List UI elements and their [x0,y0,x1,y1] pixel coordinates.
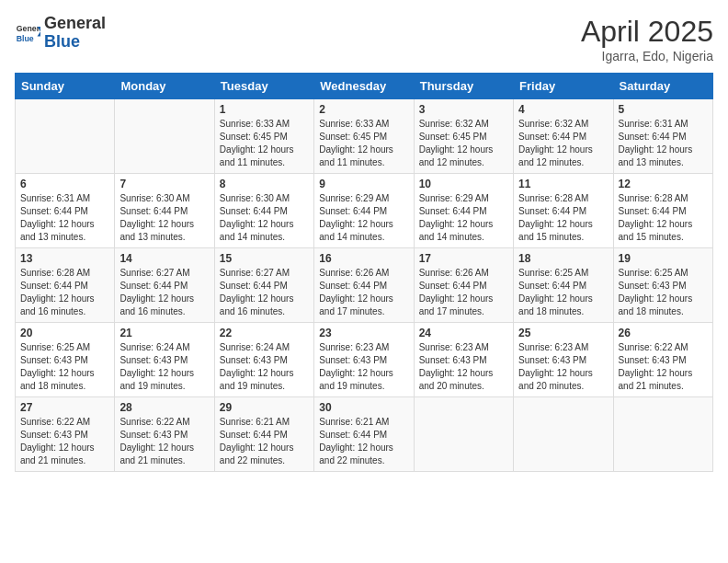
logo-blue: Blue [44,33,106,52]
day-number: 11 [518,178,608,190]
day-info: Sunrise: 6:22 AMSunset: 6:43 PMDaylight:… [20,416,109,467]
week-row-4: 20Sunrise: 6:25 AMSunset: 6:43 PMDayligh… [16,323,713,397]
day-number: 23 [319,327,408,339]
day-number: 2 [319,103,408,116]
day-number: 18 [518,252,608,265]
calendar-cell: 23Sunrise: 6:23 AMSunset: 6:43 PMDayligh… [314,323,414,397]
day-number: 5 [619,103,708,116]
calendar-cell: 8Sunrise: 6:30 AMSunset: 6:44 PMDaylight… [214,174,313,248]
calendar-cell: 27Sunrise: 6:22 AMSunset: 6:43 PMDayligh… [16,397,115,472]
day-info: Sunrise: 6:28 AMSunset: 6:44 PMDaylight:… [518,192,608,244]
svg-text:General: General [17,24,40,33]
calendar-cell: 28Sunrise: 6:22 AMSunset: 6:43 PMDayligh… [115,397,214,472]
weekday-sunday: Sunday [16,74,115,99]
day-info: Sunrise: 6:32 AMSunset: 6:45 PMDaylight:… [419,118,508,169]
day-number: 17 [419,252,508,265]
day-number: 16 [319,252,408,265]
day-number: 21 [119,327,209,339]
calendar-cell: 29Sunrise: 6:21 AMSunset: 6:44 PMDayligh… [214,397,313,472]
day-info: Sunrise: 6:31 AMSunset: 6:44 PMDaylight:… [20,192,109,244]
day-info: Sunrise: 6:22 AMSunset: 6:43 PMDaylight:… [619,341,708,393]
calendar-cell: 25Sunrise: 6:23 AMSunset: 6:43 PMDayligh… [514,323,613,397]
day-number: 30 [319,401,408,414]
week-row-1: 1Sunrise: 6:33 AMSunset: 6:45 PMDaylight… [16,99,713,174]
day-info: Sunrise: 6:29 AMSunset: 6:44 PMDaylight:… [419,192,508,244]
day-info: Sunrise: 6:28 AMSunset: 6:44 PMDaylight:… [619,192,708,244]
calendar-cell: 13Sunrise: 6:28 AMSunset: 6:44 PMDayligh… [16,248,115,323]
logo-general: General [44,15,106,33]
day-number: 8 [220,178,309,190]
day-info: Sunrise: 6:27 AMSunset: 6:44 PMDaylight:… [119,267,209,318]
calendar-cell: 3Sunrise: 6:32 AMSunset: 6:45 PMDaylight… [414,99,513,174]
day-info: Sunrise: 6:21 AMSunset: 6:44 PMDaylight:… [319,416,408,467]
svg-text:Blue: Blue [17,34,34,43]
day-number: 13 [20,252,109,265]
week-row-2: 6Sunrise: 6:31 AMSunset: 6:44 PMDaylight… [16,174,713,248]
day-info: Sunrise: 6:28 AMSunset: 6:44 PMDaylight:… [20,267,109,318]
weekday-tuesday: Tuesday [214,74,313,99]
calendar-cell: 14Sunrise: 6:27 AMSunset: 6:44 PMDayligh… [115,248,214,323]
logo: General Blue General Blue [15,15,106,52]
calendar-cell: 11Sunrise: 6:28 AMSunset: 6:44 PMDayligh… [514,174,613,248]
day-info: Sunrise: 6:25 AMSunset: 6:44 PMDaylight:… [518,267,608,318]
calendar-cell: 18Sunrise: 6:25 AMSunset: 6:44 PMDayligh… [514,248,613,323]
day-number: 19 [619,252,708,265]
location-title: Igarra, Edo, Nigeria [581,49,713,63]
weekday-friday: Friday [514,74,613,99]
day-info: Sunrise: 6:32 AMSunset: 6:44 PMDaylight:… [518,118,608,169]
day-info: Sunrise: 6:33 AMSunset: 6:45 PMDaylight:… [220,118,309,169]
calendar-cell: 5Sunrise: 6:31 AMSunset: 6:44 PMDaylight… [613,99,712,174]
day-info: Sunrise: 6:22 AMSunset: 6:43 PMDaylight:… [119,416,209,467]
day-info: Sunrise: 6:33 AMSunset: 6:45 PMDaylight:… [319,118,408,169]
weekday-wednesday: Wednesday [314,74,414,99]
weekday-header-row: SundayMondayTuesdayWednesdayThursdayFrid… [16,74,713,99]
day-info: Sunrise: 6:25 AMSunset: 6:43 PMDaylight:… [619,267,708,318]
calendar-cell: 9Sunrise: 6:29 AMSunset: 6:44 PMDaylight… [314,174,414,248]
calendar-cell: 16Sunrise: 6:26 AMSunset: 6:44 PMDayligh… [314,248,414,323]
logo-icon: General Blue [15,20,40,46]
day-number: 12 [619,178,708,190]
day-number: 20 [20,327,109,339]
calendar: SundayMondayTuesdayWednesdayThursdayFrid… [15,73,713,472]
day-number: 10 [419,178,508,190]
day-info: Sunrise: 6:27 AMSunset: 6:44 PMDaylight:… [220,267,309,318]
day-number: 7 [119,178,209,190]
week-row-5: 27Sunrise: 6:22 AMSunset: 6:43 PMDayligh… [16,397,713,472]
calendar-cell: 6Sunrise: 6:31 AMSunset: 6:44 PMDaylight… [16,174,115,248]
title-area: April 2025 Igarra, Edo, Nigeria [581,15,713,63]
calendar-cell: 12Sunrise: 6:28 AMSunset: 6:44 PMDayligh… [613,174,712,248]
calendar-cell: 17Sunrise: 6:26 AMSunset: 6:44 PMDayligh… [414,248,513,323]
day-info: Sunrise: 6:23 AMSunset: 6:43 PMDaylight:… [419,341,508,393]
day-number: 24 [419,327,508,339]
week-row-3: 13Sunrise: 6:28 AMSunset: 6:44 PMDayligh… [16,248,713,323]
day-info: Sunrise: 6:23 AMSunset: 6:43 PMDaylight:… [518,341,608,393]
day-info: Sunrise: 6:26 AMSunset: 6:44 PMDaylight:… [419,267,508,318]
weekday-thursday: Thursday [414,74,513,99]
day-number: 6 [20,178,109,190]
calendar-cell [514,397,613,472]
day-number: 4 [518,103,608,116]
calendar-body: 1Sunrise: 6:33 AMSunset: 6:45 PMDaylight… [16,99,713,472]
weekday-monday: Monday [115,74,214,99]
weekday-saturday: Saturday [613,74,712,99]
day-info: Sunrise: 6:24 AMSunset: 6:43 PMDaylight:… [220,341,309,393]
calendar-cell: 1Sunrise: 6:33 AMSunset: 6:45 PMDaylight… [214,99,313,174]
calendar-cell [613,397,712,472]
calendar-cell: 10Sunrise: 6:29 AMSunset: 6:44 PMDayligh… [414,174,513,248]
day-number: 14 [119,252,209,265]
month-title: April 2025 [581,15,713,49]
day-number: 1 [220,103,309,116]
calendar-cell: 24Sunrise: 6:23 AMSunset: 6:43 PMDayligh… [414,323,513,397]
calendar-cell: 7Sunrise: 6:30 AMSunset: 6:44 PMDaylight… [115,174,214,248]
day-info: Sunrise: 6:29 AMSunset: 6:44 PMDaylight:… [319,192,408,244]
day-info: Sunrise: 6:31 AMSunset: 6:44 PMDaylight:… [619,118,708,169]
day-number: 27 [20,401,109,414]
day-number: 26 [619,327,708,339]
header: General Blue General Blue April 2025 Iga… [15,15,713,63]
day-info: Sunrise: 6:30 AMSunset: 6:44 PMDaylight:… [119,192,209,244]
calendar-cell [115,99,214,174]
calendar-cell: 20Sunrise: 6:25 AMSunset: 6:43 PMDayligh… [16,323,115,397]
day-number: 9 [319,178,408,190]
calendar-cell: 15Sunrise: 6:27 AMSunset: 6:44 PMDayligh… [214,248,313,323]
calendar-cell: 2Sunrise: 6:33 AMSunset: 6:45 PMDaylight… [314,99,414,174]
